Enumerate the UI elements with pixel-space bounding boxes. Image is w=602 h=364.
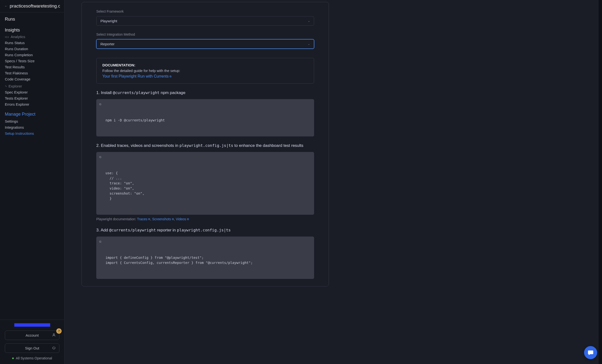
nav-setup-instructions[interactable]: Setup Instructions [5, 130, 59, 136]
nav-runs-status[interactable]: Runs Status [5, 40, 59, 46]
nav-runs[interactable]: Runs [5, 17, 59, 22]
nav-errors-explorer[interactable]: Errors Explorer [5, 101, 59, 107]
nav-analytics-group: ⫾⫿⫾ Analytics [5, 35, 59, 39]
status-dot-icon [12, 357, 14, 359]
nav-test-flakiness[interactable]: Test Flakiness [5, 70, 59, 76]
copy-icon[interactable]: ⧉ [99, 239, 101, 244]
doc-link-first-run[interactable]: Your first Playwright Run with Currents … [102, 74, 172, 79]
nav-explorer-group: ∿ Explorer [5, 84, 59, 88]
nav-tests-explorer[interactable]: Tests Explorer [5, 95, 59, 101]
integration-label: Select Integration Method [96, 32, 314, 36]
chevron-down-icon: ⌄ [308, 42, 310, 46]
analytics-icon: ⫾⫿⫾ [5, 35, 9, 38]
code-block-reporter: ⧉ import { defineConfig } from "@playwri… [96, 237, 314, 279]
nav-insights[interactable]: Insights [5, 28, 59, 33]
external-link-icon: ⧉ [187, 218, 189, 221]
nav-test-results[interactable]: Test Results [5, 64, 59, 70]
documentation-box: DOCUMENTATION: Follow the detailed guide… [96, 58, 314, 83]
step-1: 1. Install @currents/playwright npm pack… [96, 90, 314, 95]
framework-label: Select Framework [96, 10, 314, 13]
nav-runs-duration[interactable]: Runs Duration [5, 46, 59, 52]
power-icon [52, 346, 56, 350]
step-2: 2. Enabled traces, videos and screenshot… [96, 143, 314, 148]
nav-manage-project[interactable]: Manage Project [5, 112, 59, 117]
playwright-doc-links: Playwright documentation: Traces ⧉, Scre… [96, 217, 314, 221]
integration-select[interactable]: Reporter ⌄ [96, 39, 314, 49]
chevron-down-icon: ⌄ [308, 19, 310, 22]
sidebar-footer: Account ⏱ Sign Out All Systems Operation… [0, 320, 64, 364]
scrollbar[interactable] [599, 0, 602, 364]
code-block-config: ⧉ use: { // ... trace: "on", video: "on"… [96, 152, 314, 215]
chat-icon [587, 349, 594, 356]
system-status[interactable]: All Systems Operational [5, 356, 59, 360]
framework-select[interactable]: Playwright ⌄ [96, 16, 314, 26]
doc-text: Follow the detailed guide for help with … [102, 69, 308, 73]
nav-code-coverage[interactable]: Code Coverage [5, 76, 59, 82]
link-screenshots[interactable]: Screenshots ⧉ [152, 217, 174, 221]
copy-icon[interactable]: ⧉ [99, 102, 101, 106]
doc-title: DOCUMENTATION: [102, 63, 308, 67]
main-content: Select Framework Playwright ⌄ Select Int… [64, 0, 602, 364]
nav-runs-completion[interactable]: Runs Completion [5, 52, 59, 58]
sidebar-nav: Runs Insights ⫾⫿⫾ Analytics Runs Status … [0, 12, 64, 320]
step-3: 3. Add @currents/playwright reporter in … [96, 228, 314, 233]
sidebar-header: ← practicesoftwaretesting.com [0, 0, 64, 12]
notification-badge: ⏱ [56, 328, 62, 334]
back-arrow-icon[interactable]: ← [4, 4, 8, 8]
project-title: practicesoftwaretesting.com [10, 3, 60, 9]
user-icon [52, 333, 56, 338]
chat-widget-button[interactable] [584, 346, 597, 359]
sidebar: ← practicesoftwaretesting.com Runs Insig… [0, 0, 64, 364]
link-traces[interactable]: Traces ⧉ [137, 217, 150, 221]
code-block-install: ⧉ npm i -D @currents/playwright [96, 99, 314, 136]
sign-out-button[interactable]: Sign Out [5, 343, 59, 353]
nav-specs-tests-size[interactable]: Specs / Tests Size [5, 58, 59, 64]
nav-integrations[interactable]: Integrations [5, 124, 59, 130]
explorer-icon: ∿ [5, 84, 7, 88]
link-videos[interactable]: Videos ⧉ [176, 217, 189, 221]
nav-spec-explorer[interactable]: Spec Explorer [5, 89, 59, 95]
copy-icon[interactable]: ⧉ [99, 155, 101, 159]
setup-card: Select Framework Playwright ⌄ Select Int… [82, 2, 329, 286]
nav-settings[interactable]: Settings [5, 118, 59, 124]
user-email-redacted [14, 323, 50, 327]
account-button[interactable]: Account ⏱ [5, 331, 59, 340]
external-link-icon: ⧉ [170, 75, 172, 78]
external-link-icon: ⧉ [172, 218, 174, 221]
svg-point-0 [53, 334, 54, 335]
